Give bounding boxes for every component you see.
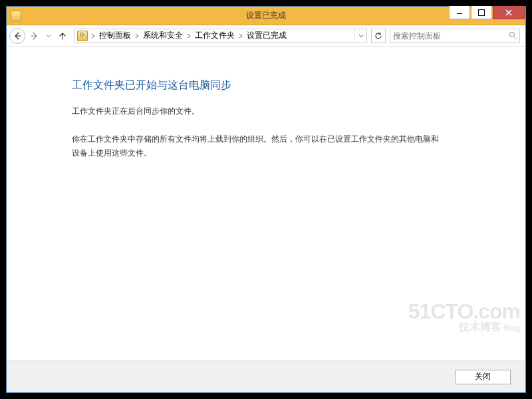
app-icon	[11, 11, 21, 21]
history-dropdown[interactable]	[44, 33, 53, 39]
breadcrumb-separator[interactable]	[186, 34, 192, 38]
intro-paragraph: 工作文件夹正在后台同步你的文件。	[72, 104, 444, 118]
close-window-button[interactable]	[493, 6, 525, 19]
breadcrumb-item[interactable]: 设置已完成	[244, 30, 289, 41]
search-input[interactable]	[393, 31, 509, 41]
svg-point-0	[510, 32, 515, 37]
back-arrow-icon	[11, 29, 24, 43]
description-paragraph: 你在工作文件夹中存储的所有文件均将上载到你的组织。然后，你可以在已设置工作文件夹…	[72, 132, 444, 160]
folder-icon	[77, 31, 88, 41]
close-icon	[505, 9, 512, 16]
forward-arrow-icon	[28, 29, 41, 43]
window: 设置已完成 控制面板 系统和安全 工作文件夹	[6, 6, 526, 393]
chevron-down-icon	[46, 33, 51, 39]
titlebar[interactable]: 设置已完成	[7, 7, 525, 25]
forward-button[interactable]	[27, 28, 43, 44]
breadcrumb-item[interactable]: 系统和安全	[140, 30, 186, 41]
watermark-url: 51CTO.com	[408, 301, 520, 322]
breadcrumb-separator[interactable]	[237, 34, 244, 38]
up-arrow-icon	[59, 32, 66, 40]
refresh-button[interactable]	[371, 29, 386, 43]
breadcrumb-item[interactable]: 工作文件夹	[192, 30, 237, 41]
breadcrumb-separator[interactable]	[134, 34, 140, 38]
window-controls	[449, 7, 525, 25]
window-title: 设置已完成	[246, 10, 286, 21]
navigation-toolbar: 控制面板 系统和安全 工作文件夹 设置已完成	[7, 25, 525, 47]
close-button[interactable]: 关闭	[455, 370, 511, 384]
maximize-button[interactable]	[471, 6, 492, 19]
breadcrumb-item[interactable]: 控制面板	[96, 30, 134, 41]
search-box[interactable]	[390, 29, 520, 43]
minimize-button[interactable]	[449, 6, 470, 19]
back-button[interactable]	[9, 28, 25, 44]
watermark-text: 技术博客	[459, 321, 501, 332]
address-dropdown[interactable]	[354, 29, 366, 43]
watermark-blog: Blog	[504, 324, 520, 332]
address-bar[interactable]: 控制面板 系统和安全 工作文件夹 设置已完成	[74, 29, 367, 43]
up-button[interactable]	[55, 28, 70, 44]
watermark: 51CTO.com 技术博客 Blog	[408, 301, 520, 332]
search-icon[interactable]	[509, 30, 517, 42]
chevron-down-icon	[358, 33, 364, 39]
content-area: 工作文件夹已开始与这台电脑同步 工作文件夹正在后台同步你的文件。 你在工作文件夹…	[7, 47, 525, 360]
refresh-icon	[374, 32, 382, 40]
footer: 关闭	[7, 360, 525, 392]
breadcrumb-separator[interactable]	[90, 34, 96, 38]
page-heading: 工作文件夹已开始与这台电脑同步	[72, 78, 525, 92]
